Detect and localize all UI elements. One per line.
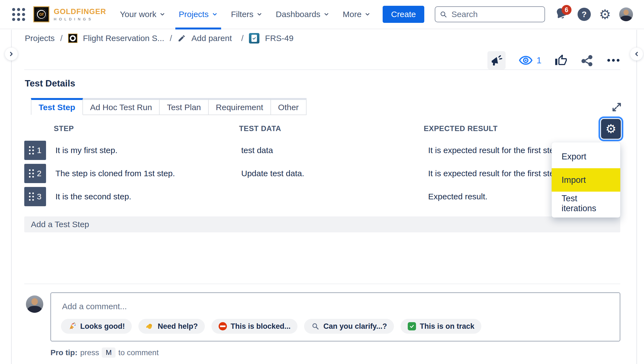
drag-handle[interactable]: 3: [24, 187, 46, 206]
drag-dots-icon: [29, 146, 34, 154]
like-button[interactable]: [555, 54, 567, 67]
issue-actions: 1: [487, 51, 620, 69]
step-cell[interactable]: It is the second step.: [55, 192, 131, 201]
brand-logo-icon: Gf: [33, 6, 49, 22]
tab-requirement[interactable]: Requirement: [209, 98, 271, 115]
step-cell[interactable]: The step is cloned from 1st step.: [55, 169, 175, 178]
current-user-avatar: [26, 295, 43, 313]
search-icon: [440, 10, 447, 18]
brand-title: GOLDFINGER: [54, 8, 106, 15]
menu-item-export[interactable]: Export: [552, 145, 620, 168]
step-number: 2: [37, 169, 42, 178]
chevron-down-icon: [364, 11, 371, 17]
test-issue-type-icon: [249, 33, 259, 44]
menu-more[interactable]: More: [336, 0, 377, 29]
chevron-down-icon: [212, 11, 218, 17]
help-icon[interactable]: [578, 8, 591, 21]
steps-settings-gear-button[interactable]: [601, 119, 621, 139]
menu-item-import[interactable]: Import: [552, 168, 620, 192]
top-navigation: Gf GOLDFINGER HOLDINGS Your work Project…: [0, 0, 644, 29]
quick-reply-on-track[interactable]: This is on track: [401, 319, 481, 334]
breadcrumb-issue-key[interactable]: FRS-49: [265, 34, 293, 43]
step-number: 1: [37, 146, 42, 155]
feedback-megaphone-icon[interactable]: [487, 51, 506, 69]
table-row: 1 It is my first step. test data It is e…: [24, 141, 620, 160]
tab-ad-hoc-test-run[interactable]: Ad Hoc Test Run: [83, 98, 160, 115]
quick-reply-looks-good[interactable]: Looks good!: [61, 319, 132, 334]
menu-dashboards[interactable]: Dashboards: [269, 0, 336, 29]
menu-item-test-iterations[interactable]: Test iterations: [552, 192, 620, 215]
chevron-down-icon: [256, 11, 262, 17]
breadcrumb-add-parent[interactable]: Add parent: [191, 34, 232, 43]
quick-reply-blocked[interactable]: This is blocked...: [211, 319, 298, 334]
eye-icon: [519, 55, 533, 65]
expand-panel-button[interactable]: [610, 100, 624, 115]
tab-test-plan[interactable]: Test Plan: [160, 98, 208, 115]
keyboard-shortcut-m: M: [102, 347, 116, 358]
quick-reply-row: Looks good! Need help? This is block: [61, 319, 481, 334]
main-menu: Your work Projects Filters Dashboards Mo…: [113, 0, 424, 29]
page-title: Test Details: [25, 78, 75, 89]
app-switcher-icon[interactable]: [11, 7, 26, 22]
notifications-button[interactable]: 6: [553, 6, 569, 23]
create-button[interactable]: Create: [383, 6, 424, 23]
column-header-step: STEP: [54, 124, 74, 133]
table-row: 3 It is the second step. Expected result…: [24, 187, 620, 206]
check-mark-icon: [407, 322, 416, 331]
page: Gf GOLDFINGER HOLDINGS Your work Project…: [0, 0, 644, 364]
diagonal-expand-icon: [611, 101, 622, 113]
search-input[interactable]: [451, 9, 540, 19]
test-data-cell[interactable]: test data: [241, 146, 273, 155]
menu-projects[interactable]: Projects: [172, 0, 224, 29]
drag-handle[interactable]: 1: [24, 141, 46, 160]
nav-right-group: 6: [435, 6, 633, 23]
expected-result-cell[interactable]: It is expected result for the first step…: [428, 169, 561, 178]
tab-test-step[interactable]: Test Step: [31, 98, 83, 115]
drag-dots-icon: [29, 169, 34, 178]
pro-tip: Pro tip: press M to comment: [50, 347, 159, 358]
watch-count: 1: [536, 55, 541, 66]
menu-your-work[interactable]: Your work: [113, 0, 172, 29]
comment-editor[interactable]: Add a comment... Looks good!: [50, 292, 620, 341]
table-row: 2 The step is cloned from 1st step. Upda…: [24, 164, 620, 183]
share-button[interactable]: [581, 54, 593, 67]
chevron-down-icon: [323, 11, 329, 17]
breadcrumb-separator: /: [241, 34, 243, 43]
expected-result-cell[interactable]: It is expected result for the first step…: [428, 146, 561, 155]
brand-subtitle: HOLDINGS: [54, 17, 106, 21]
brand-logo[interactable]: Gf GOLDFINGER HOLDINGS: [33, 6, 106, 22]
comment-section-divider: [24, 284, 620, 284]
more-actions-ellipsis-icon[interactable]: [607, 58, 620, 62]
expand-left-panel-button[interactable]: [5, 47, 18, 61]
chevron-left-icon: [633, 51, 640, 57]
global-search: [435, 6, 545, 22]
breadcrumb-separator: /: [170, 34, 172, 43]
tab-other[interactable]: Other: [271, 98, 307, 115]
add-test-step-button[interactable]: Add a Test Step: [24, 216, 620, 232]
steps-table-body: 1 It is my first step. test data It is e…: [24, 141, 620, 210]
menu-filters[interactable]: Filters: [224, 0, 269, 29]
brand-monogram: Gf: [38, 11, 45, 18]
breadcrumb-separator: /: [60, 34, 62, 43]
step-number: 3: [37, 192, 42, 201]
breadcrumb-project[interactable]: Flight Reservation S...: [83, 34, 164, 43]
comment-placeholder[interactable]: Add a comment...: [62, 302, 127, 311]
steps-settings-menu: Export Import Test iterations: [552, 142, 620, 218]
project-avatar-icon: [68, 34, 77, 43]
section-divider: [24, 69, 620, 70]
drag-dots-icon: [29, 192, 34, 201]
settings-gear-icon[interactable]: [599, 8, 611, 21]
breadcrumb-projects[interactable]: Projects: [25, 34, 55, 43]
column-header-test-data: TEST DATA: [239, 124, 281, 133]
drag-handle[interactable]: 2: [24, 164, 46, 183]
test-data-cell[interactable]: Update test data.: [241, 169, 304, 178]
step-cell[interactable]: It is my first step.: [55, 146, 117, 155]
expected-result-cell[interactable]: Expected result.: [428, 192, 487, 201]
thumbs-up-icon: [555, 54, 567, 67]
collapse-right-panel-button[interactable]: [630, 47, 643, 61]
watch-button[interactable]: 1: [519, 55, 541, 66]
user-avatar[interactable]: [619, 7, 633, 21]
quick-reply-clarify[interactable]: Can you clarify...?: [304, 319, 394, 334]
quick-reply-need-help[interactable]: Need help?: [138, 319, 205, 334]
pro-tip-lead: Pro tip:: [50, 348, 77, 357]
